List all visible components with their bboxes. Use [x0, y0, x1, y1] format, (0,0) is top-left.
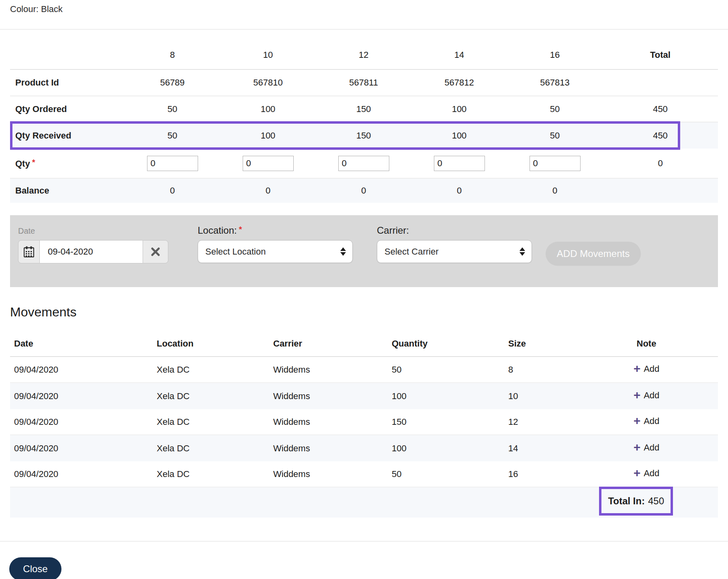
movement-row: 09/04/2020 Xela DC Widdems 100 10 + Add — [10, 383, 718, 409]
size-header-16: 16 — [507, 50, 603, 60]
size-header-row: 8 10 12 14 16 Total — [10, 30, 718, 70]
product-id-row: Product Id 56789 567810 567811 567812 56… — [10, 70, 718, 96]
add-movements-button[interactable]: ADD Movements — [546, 242, 641, 266]
movement-location: Xela DC — [153, 469, 269, 479]
size-header-12: 12 — [316, 50, 411, 60]
qty-ordered-value: 100 — [220, 104, 316, 114]
bottom-divider — [0, 541, 728, 542]
movement-date: 09/04/2020 — [10, 391, 153, 402]
movement-carrier: Widdems — [269, 443, 388, 454]
add-note-link[interactable]: + Add — [634, 416, 660, 426]
clear-date-button[interactable] — [143, 240, 168, 263]
location-label: Location:* — [198, 225, 242, 236]
carrier-selected-value: Select Carrier — [384, 247, 438, 257]
location-select[interactable]: Select Location — [198, 240, 353, 263]
movement-quantity: 50 — [388, 365, 504, 375]
row-label: Qty* — [10, 158, 125, 169]
date-label: Date — [18, 226, 35, 236]
plus-icon: + — [634, 391, 641, 399]
movement-size: 14 — [504, 443, 575, 454]
movement-date: 09/04/2020 — [10, 417, 153, 427]
add-note-label: Add — [644, 416, 659, 426]
movement-location: Xela DC — [153, 443, 269, 454]
product-id-value: 567813 — [507, 77, 603, 88]
qty-ordered-value: 50 — [507, 104, 603, 114]
qty-ordered-total: 450 — [603, 104, 718, 114]
qty-input-size-14[interactable] — [434, 156, 485, 171]
movement-carrier: Widdems — [269, 391, 388, 402]
row-label: Qty Received — [10, 130, 125, 141]
movement-row: 09/04/2020 Xela DC Widdems 150 12 + Add — [10, 409, 718, 435]
col-header-size: Size — [504, 338, 575, 349]
total-in-highlight-box: Total In: 450 — [599, 487, 673, 516]
carrier-select[interactable]: Select Carrier — [377, 240, 532, 263]
plus-icon: + — [634, 469, 641, 477]
plus-icon: + — [634, 365, 641, 373]
qty-ordered-value: 100 — [411, 104, 507, 114]
qty-received-value: 100 — [220, 130, 316, 141]
qty-input-size-16[interactable] — [530, 156, 581, 171]
calendar-button[interactable] — [18, 240, 40, 263]
add-note-link[interactable]: + Add — [634, 364, 660, 374]
total-header: Total — [603, 50, 718, 60]
qty-label: Qty — [15, 159, 30, 169]
movement-size: 8 — [504, 365, 575, 375]
row-label: Balance — [10, 186, 125, 196]
movement-quantity: 150 — [388, 417, 504, 427]
qty-total: 0 — [603, 158, 718, 169]
total-in-label: Total In: — [608, 495, 645, 507]
qty-entry-row: Qty* 0 — [10, 149, 718, 179]
movement-quantity: 100 — [388, 443, 504, 454]
balance-value: 0 — [507, 186, 603, 196]
qty-input-size-10[interactable] — [243, 156, 294, 171]
total-in-value: 450 — [648, 495, 664, 507]
add-note-link[interactable]: + Add — [634, 442, 660, 453]
qty-input-size-8[interactable] — [147, 156, 198, 171]
movement-quantity: 100 — [388, 391, 504, 402]
qty-received-value: 50 — [507, 130, 603, 141]
movements-title: Movements — [10, 305, 718, 322]
plus-icon: + — [634, 443, 641, 451]
movement-location: Xela DC — [153, 417, 269, 427]
qty-input-size-12[interactable] — [338, 156, 389, 171]
date-input[interactable] — [40, 240, 143, 263]
product-id-value: 567811 — [316, 77, 411, 88]
movement-row: 09/04/2020 Xela DC Widdems 100 14 + Add — [10, 435, 718, 461]
colour-label: Colour: Black — [10, 4, 718, 14]
col-header-note: Note — [575, 338, 718, 349]
qty-received-row: Qty Received 50 100 150 100 50 450 — [10, 122, 718, 149]
calendar-icon — [24, 246, 34, 257]
select-arrows-icon — [340, 247, 346, 256]
movement-size: 12 — [504, 417, 575, 427]
product-id-value: 567810 — [220, 77, 316, 88]
location-selected-value: Select Location — [205, 247, 266, 257]
size-header-14: 14 — [411, 50, 507, 60]
plus-icon: + — [634, 417, 641, 425]
add-note-link[interactable]: + Add — [634, 390, 660, 401]
date-input-group — [18, 240, 168, 263]
movement-date: 09/04/2020 — [10, 469, 153, 479]
movement-location: Xela DC — [153, 365, 269, 375]
col-header-date: Date — [10, 338, 153, 349]
header-bar: Colour: Black — [0, 0, 728, 29]
movement-size: 16 — [504, 469, 575, 479]
qty-received-value: 50 — [125, 130, 220, 141]
col-header-carrier: Carrier — [269, 338, 388, 349]
balance-value: 0 — [125, 186, 220, 196]
movement-date: 09/04/2020 — [10, 365, 153, 375]
row-label: Qty Ordered — [10, 104, 125, 114]
qty-received-value: 150 — [316, 130, 411, 141]
add-note-label: Add — [644, 442, 659, 453]
required-asterisk: * — [30, 158, 35, 167]
col-header-quantity: Quantity — [388, 338, 504, 349]
product-id-value: 567812 — [411, 77, 507, 88]
close-button[interactable]: Close — [9, 557, 61, 579]
movement-row: 09/04/2020 Xela DC Widdems 50 8 + Add — [10, 357, 718, 383]
movement-carrier: Widdems — [269, 469, 388, 479]
qty-ordered-row: Qty Ordered 50 100 150 100 50 450 — [10, 96, 718, 122]
balance-value: 0 — [316, 186, 411, 196]
add-note-label: Add — [644, 390, 659, 401]
add-note-link[interactable]: + Add — [634, 468, 660, 479]
movement-carrier: Widdems — [269, 365, 388, 375]
movements-table: Date Location Carrier Quantity Size Note… — [10, 322, 718, 518]
